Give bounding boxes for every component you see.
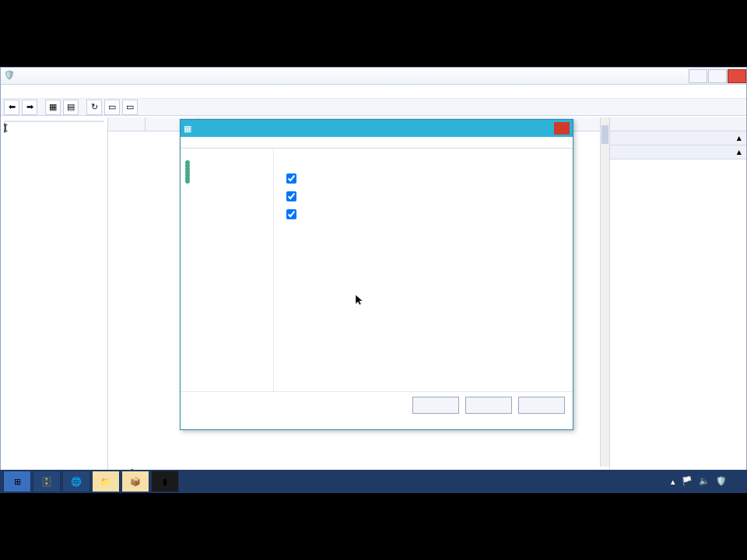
rules-list-panel: ✔ ▦ <box>108 117 609 492</box>
tree-monitoring[interactable]: ▸ <box>4 125 104 127</box>
taskbar-server-manager[interactable]: 🗄️ <box>33 471 61 492</box>
option-domain <box>286 173 560 184</box>
firewall-icon: 🛡️ <box>4 70 16 82</box>
wizard-dialog: ▦ <box>180 119 573 430</box>
wizard-header <box>181 137 573 149</box>
toolbar: ⬅ ➡ ▦ ▤ ↻ ▭ ▭ <box>1 99 746 116</box>
checkbox-domain[interactable] <box>286 173 296 184</box>
nav-tree: ▸ ▪ ▪ ▪ ▸ <box>1 117 108 492</box>
titlebar: 🛡️ <box>1 68 746 85</box>
toolbar-btn-5[interactable]: ▭ <box>122 100 138 115</box>
checkbox-public[interactable] <box>286 209 296 219</box>
collapse-icon[interactable]: ▴ <box>737 133 742 143</box>
vertical-scrollbar[interactable] <box>600 117 609 480</box>
tray-shield-icon[interactable]: 🛡️ <box>716 476 727 487</box>
actions-title <box>610 117 746 131</box>
next-button[interactable] <box>465 397 512 414</box>
cancel-button[interactable] <box>518 397 565 414</box>
nav-back-button[interactable]: ⬅ <box>4 100 19 115</box>
wizard-close-button[interactable] <box>554 122 570 135</box>
wizard-buttons <box>181 391 573 418</box>
wizard-titlebar[interactable]: ▦ <box>181 120 573 137</box>
wizard-icon: ▦ <box>184 124 191 134</box>
taskbar-ie[interactable]: 🌐 <box>62 471 90 492</box>
minimize-button[interactable] <box>689 69 707 83</box>
toolbar-btn-2[interactable]: ▤ <box>63 100 79 115</box>
tray-network-icon[interactable]: 🔈 <box>699 476 710 487</box>
tray-up-icon[interactable]: ▴ <box>671 477 675 487</box>
step-name[interactable] <box>185 175 268 178</box>
nav-forward-button[interactable]: ➡ <box>22 100 37 115</box>
actions-pane: ▴ ▴ <box>609 117 746 492</box>
taskbar-explorer[interactable]: 📁 <box>92 471 120 492</box>
system-tray: ▴ 🏳️ 🔈 🛡️ <box>671 476 744 487</box>
back-button[interactable] <box>412 397 459 414</box>
maximize-button[interactable] <box>708 69 727 83</box>
toolbar-btn-4[interactable]: ▭ <box>104 100 120 115</box>
close-button[interactable] <box>728 69 746 83</box>
toolbar-btn-1[interactable]: ▦ <box>45 100 61 115</box>
menubar <box>1 85 746 99</box>
taskbar-cmd[interactable]: ▮ <box>151 471 179 492</box>
start-button[interactable]: ⊞ <box>3 471 31 492</box>
wizard-main <box>274 149 573 391</box>
main-window: 🛡️ ⬅ ➡ ▦ ▤ ↻ ▭ ▭ <box>0 67 747 493</box>
toolbar-refresh-button[interactable]: ↻ <box>86 100 102 115</box>
actions-section-inbound: ▴ <box>610 131 746 145</box>
taskbar: ⊞ 🗄️ 🌐 📁 📦 ▮ ▴ 🏳️ 🔈 🛡️ <box>0 470 747 493</box>
option-public <box>286 209 560 219</box>
taskbar-app[interactable]: 📦 <box>121 471 149 492</box>
option-private <box>286 191 560 201</box>
checkbox-private[interactable] <box>286 191 296 201</box>
col-program[interactable] <box>108 117 146 131</box>
actions-section-rule: ▴ <box>610 145 746 159</box>
wizard-steps-list <box>181 149 274 391</box>
collapse-icon[interactable]: ▴ <box>737 147 742 157</box>
tray-flag-icon[interactable]: 🏳️ <box>682 476 693 487</box>
